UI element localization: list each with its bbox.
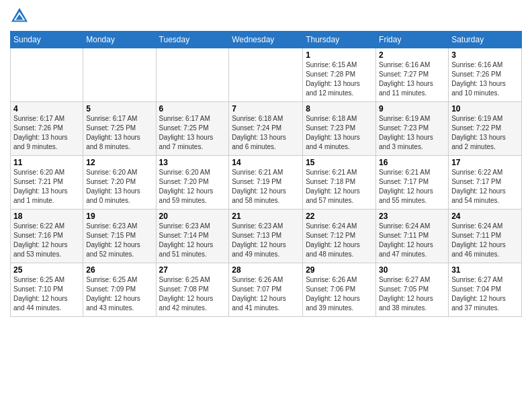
day-info: Sunrise: 6:22 AM Sunset: 7:17 PM Dayligh… xyxy=(451,168,519,205)
calendar-cell: 3Sunrise: 6:16 AM Sunset: 7:26 PM Daylig… xyxy=(449,48,522,102)
day-info: Sunrise: 6:20 AM Sunset: 7:21 PM Dayligh… xyxy=(13,168,80,205)
day-info: Sunrise: 6:24 AM Sunset: 7:11 PM Dayligh… xyxy=(379,222,445,259)
day-number: 3 xyxy=(451,50,519,60)
weekday-header-friday: Friday xyxy=(376,32,449,48)
calendar-cell: 7Sunrise: 6:18 AM Sunset: 7:24 PM Daylig… xyxy=(229,102,303,156)
logo xyxy=(10,7,32,26)
calendar-cell: 27Sunrise: 6:25 AM Sunset: 7:08 PM Dayli… xyxy=(156,263,229,317)
page-container: SundayMondayTuesdayWednesdayThursdayFrid… xyxy=(0,0,532,411)
week-row-4: 18Sunrise: 6:22 AM Sunset: 7:16 PM Dayli… xyxy=(11,210,522,263)
day-info: Sunrise: 6:18 AM Sunset: 7:24 PM Dayligh… xyxy=(232,114,300,152)
day-number: 2 xyxy=(379,50,445,60)
calendar-cell: 10Sunrise: 6:19 AM Sunset: 7:22 PM Dayli… xyxy=(449,102,522,156)
day-number: 15 xyxy=(306,158,373,167)
day-info: Sunrise: 6:23 AM Sunset: 7:13 PM Dayligh… xyxy=(232,222,300,259)
calendar-cell xyxy=(156,48,229,102)
day-number: 31 xyxy=(451,265,519,275)
calendar-cell: 9Sunrise: 6:19 AM Sunset: 7:23 PM Daylig… xyxy=(376,102,449,156)
calendar-cell: 2Sunrise: 6:16 AM Sunset: 7:27 PM Daylig… xyxy=(376,48,449,102)
day-info: Sunrise: 6:20 AM Sunset: 7:20 PM Dayligh… xyxy=(159,168,226,205)
day-number: 13 xyxy=(159,158,226,167)
week-row-1: 1Sunrise: 6:15 AM Sunset: 7:28 PM Daylig… xyxy=(11,48,522,102)
calendar-cell: 28Sunrise: 6:26 AM Sunset: 7:07 PM Dayli… xyxy=(229,263,303,317)
day-info: Sunrise: 6:24 AM Sunset: 7:11 PM Dayligh… xyxy=(451,222,519,259)
calendar-cell: 18Sunrise: 6:22 AM Sunset: 7:16 PM Dayli… xyxy=(11,210,83,263)
day-info: Sunrise: 6:26 AM Sunset: 7:07 PM Dayligh… xyxy=(232,275,300,313)
calendar-cell: 14Sunrise: 6:21 AM Sunset: 7:19 PM Dayli… xyxy=(229,156,303,210)
header xyxy=(10,7,522,26)
week-row-3: 11Sunrise: 6:20 AM Sunset: 7:21 PM Dayli… xyxy=(11,156,522,210)
day-number: 30 xyxy=(379,265,445,275)
calendar-cell: 21Sunrise: 6:23 AM Sunset: 7:13 PM Dayli… xyxy=(229,210,303,263)
week-row-2: 4Sunrise: 6:17 AM Sunset: 7:26 PM Daylig… xyxy=(11,102,522,156)
calendar-cell: 5Sunrise: 6:17 AM Sunset: 7:25 PM Daylig… xyxy=(83,102,156,156)
day-info: Sunrise: 6:26 AM Sunset: 7:06 PM Dayligh… xyxy=(306,275,373,313)
calendar-cell: 19Sunrise: 6:23 AM Sunset: 7:15 PM Dayli… xyxy=(83,210,156,263)
day-number: 24 xyxy=(451,212,519,221)
calendar-cell: 13Sunrise: 6:20 AM Sunset: 7:20 PM Dayli… xyxy=(156,156,229,210)
calendar-cell xyxy=(11,48,83,102)
day-info: Sunrise: 6:21 AM Sunset: 7:19 PM Dayligh… xyxy=(232,168,300,205)
day-info: Sunrise: 6:18 AM Sunset: 7:23 PM Dayligh… xyxy=(306,114,373,152)
calendar-cell: 1Sunrise: 6:15 AM Sunset: 7:28 PM Daylig… xyxy=(303,48,376,102)
calendar-cell: 22Sunrise: 6:24 AM Sunset: 7:12 PM Dayli… xyxy=(303,210,376,263)
day-number: 26 xyxy=(86,265,152,275)
day-info: Sunrise: 6:23 AM Sunset: 7:15 PM Dayligh… xyxy=(86,222,152,259)
day-info: Sunrise: 6:24 AM Sunset: 7:12 PM Dayligh… xyxy=(306,222,373,259)
weekday-header-thursday: Thursday xyxy=(303,32,376,48)
weekday-header-row: SundayMondayTuesdayWednesdayThursdayFrid… xyxy=(11,32,522,48)
day-info: Sunrise: 6:17 AM Sunset: 7:26 PM Dayligh… xyxy=(13,114,80,152)
day-info: Sunrise: 6:25 AM Sunset: 7:09 PM Dayligh… xyxy=(86,275,152,313)
day-info: Sunrise: 6:19 AM Sunset: 7:23 PM Dayligh… xyxy=(379,114,445,152)
day-number: 10 xyxy=(451,104,519,113)
day-number: 5 xyxy=(86,104,152,113)
weekday-header-tuesday: Tuesday xyxy=(156,32,229,48)
day-number: 23 xyxy=(379,212,445,221)
calendar-cell: 25Sunrise: 6:25 AM Sunset: 7:10 PM Dayli… xyxy=(11,263,83,317)
day-number: 29 xyxy=(306,265,373,275)
weekday-header-saturday: Saturday xyxy=(449,32,522,48)
day-number: 22 xyxy=(306,212,373,221)
calendar-cell xyxy=(229,48,303,102)
day-number: 8 xyxy=(306,104,373,113)
calendar-cell: 6Sunrise: 6:17 AM Sunset: 7:25 PM Daylig… xyxy=(156,102,229,156)
day-info: Sunrise: 6:27 AM Sunset: 7:05 PM Dayligh… xyxy=(379,275,445,313)
day-info: Sunrise: 6:17 AM Sunset: 7:25 PM Dayligh… xyxy=(86,114,152,152)
day-info: Sunrise: 6:22 AM Sunset: 7:16 PM Dayligh… xyxy=(13,222,80,259)
weekday-header-wednesday: Wednesday xyxy=(229,32,303,48)
day-number: 7 xyxy=(232,104,300,113)
day-number: 18 xyxy=(13,212,80,221)
day-info: Sunrise: 6:23 AM Sunset: 7:14 PM Dayligh… xyxy=(159,222,226,259)
week-row-5: 25Sunrise: 6:25 AM Sunset: 7:10 PM Dayli… xyxy=(11,263,522,317)
day-number: 14 xyxy=(232,158,300,167)
calendar-cell: 12Sunrise: 6:20 AM Sunset: 7:20 PM Dayli… xyxy=(83,156,156,210)
calendar-cell: 8Sunrise: 6:18 AM Sunset: 7:23 PM Daylig… xyxy=(303,102,376,156)
weekday-header-sunday: Sunday xyxy=(11,32,83,48)
day-number: 21 xyxy=(232,212,300,221)
calendar-cell: 11Sunrise: 6:20 AM Sunset: 7:21 PM Dayli… xyxy=(11,156,83,210)
day-info: Sunrise: 6:25 AM Sunset: 7:10 PM Dayligh… xyxy=(13,275,80,313)
day-number: 4 xyxy=(13,104,80,113)
calendar-cell: 26Sunrise: 6:25 AM Sunset: 7:09 PM Dayli… xyxy=(83,263,156,317)
day-info: Sunrise: 6:16 AM Sunset: 7:27 PM Dayligh… xyxy=(379,60,445,98)
day-number: 17 xyxy=(451,158,519,167)
day-number: 12 xyxy=(86,158,152,167)
calendar-table: SundayMondayTuesdayWednesdayThursdayFrid… xyxy=(10,31,522,317)
calendar-cell: 20Sunrise: 6:23 AM Sunset: 7:14 PM Dayli… xyxy=(156,210,229,263)
day-number: 20 xyxy=(159,212,226,221)
day-info: Sunrise: 6:19 AM Sunset: 7:22 PM Dayligh… xyxy=(451,114,519,152)
day-number: 28 xyxy=(232,265,300,275)
day-info: Sunrise: 6:17 AM Sunset: 7:25 PM Dayligh… xyxy=(159,114,226,152)
calendar-cell: 24Sunrise: 6:24 AM Sunset: 7:11 PM Dayli… xyxy=(449,210,522,263)
day-info: Sunrise: 6:27 AM Sunset: 7:04 PM Dayligh… xyxy=(451,275,519,313)
day-number: 25 xyxy=(13,265,80,275)
day-number: 11 xyxy=(13,158,80,167)
day-number: 16 xyxy=(379,158,445,167)
calendar-cell: 23Sunrise: 6:24 AM Sunset: 7:11 PM Dayli… xyxy=(376,210,449,263)
day-info: Sunrise: 6:16 AM Sunset: 7:26 PM Dayligh… xyxy=(451,60,519,98)
calendar-cell: 30Sunrise: 6:27 AM Sunset: 7:05 PM Dayli… xyxy=(376,263,449,317)
day-info: Sunrise: 6:15 AM Sunset: 7:28 PM Dayligh… xyxy=(306,60,373,98)
logo-icon xyxy=(10,7,29,26)
calendar-cell: 16Sunrise: 6:21 AM Sunset: 7:17 PM Dayli… xyxy=(376,156,449,210)
day-number: 1 xyxy=(306,50,373,60)
